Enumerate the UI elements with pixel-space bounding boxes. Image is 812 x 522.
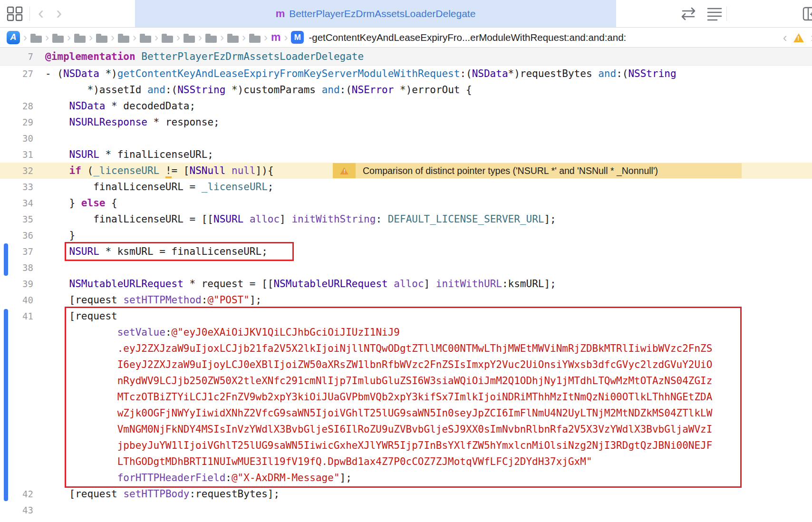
chevron-right-icon: › bbox=[129, 31, 140, 44]
code-line[interactable]: 38 bbox=[0, 260, 812, 276]
code-token bbox=[159, 165, 165, 176]
code-line[interactable]: 40 [request setHTTPMethod:@"POST"]; bbox=[0, 292, 812, 308]
line-number[interactable]: 7 bbox=[0, 48, 33, 65]
code-text: @implementation BetterPlayerEzDrmAssetsL… bbox=[33, 48, 364, 65]
code-token: NSURL bbox=[69, 149, 99, 160]
code-text: *)assetId and:(NSString *)customParams a… bbox=[33, 82, 472, 98]
code-line[interactable]: 34 } else { bbox=[0, 195, 812, 211]
folder-icon[interactable] bbox=[205, 36, 217, 43]
tab-file[interactable]: m BetterPlayerEzDrmAssetsLoaderDelegate bbox=[135, 0, 616, 27]
code-token: ]; bbox=[250, 294, 261, 306]
folder-icon[interactable] bbox=[52, 36, 64, 43]
code-token bbox=[225, 165, 232, 176]
change-bar[interactable] bbox=[4, 243, 8, 276]
code-editor[interactable]: 7@implementation BetterPlayerEzDrmAssets… bbox=[0, 48, 812, 522]
code-line[interactable]: 35 finalLicenseURL = [[NSURL alloc] init… bbox=[0, 211, 812, 227]
code-line[interactable]: 29 NSURLResponse * response; bbox=[0, 114, 812, 130]
code-line[interactable]: 39 NSMutableURLRequest * request = [[NSM… bbox=[0, 276, 812, 292]
code-token: [request bbox=[45, 488, 123, 500]
change-bar[interactable] bbox=[4, 309, 8, 501]
code-token: @"POST" bbox=[207, 294, 250, 306]
code-token: ; bbox=[268, 181, 274, 193]
code-line[interactable]: 31 NSURL * finalLicenseURL; bbox=[0, 146, 812, 163]
folder-icon[interactable] bbox=[140, 36, 151, 43]
code-token: NSData bbox=[63, 68, 99, 79]
code-line[interactable]: 42 [request setHTTPBody:requestBytes]; bbox=[0, 486, 812, 502]
chevron-right-icon: › bbox=[107, 31, 118, 44]
code-token bbox=[45, 149, 69, 160]
add-editor-icon[interactable] bbox=[802, 7, 812, 23]
chevron-right-icon: › bbox=[151, 31, 162, 44]
code-line[interactable]: 28 NSData * decodedData; bbox=[0, 98, 812, 114]
warning-triangle-icon[interactable] bbox=[793, 33, 804, 42]
chevron-right-icon: › bbox=[239, 31, 249, 44]
code-token: getContentKeyAndLeaseExpiryFromKeyServer… bbox=[117, 68, 460, 79]
code-text: NSURL * finalLicenseURL; bbox=[33, 146, 213, 163]
code-token: NSURL bbox=[213, 213, 243, 225]
code-text: NSURLResponse * response; bbox=[33, 114, 220, 130]
code-line[interactable]: *)assetId and:(NSString *)customParams a… bbox=[0, 82, 812, 98]
navigate-back-button[interactable]: ‹ bbox=[38, 1, 44, 26]
code-line[interactable]: 33 finalLicenseURL = _licenseURL; bbox=[0, 179, 812, 195]
code-token: :( bbox=[616, 68, 628, 79]
app-target-icon[interactable]: A bbox=[7, 31, 20, 44]
code-line[interactable]: 30 bbox=[0, 130, 812, 146]
code-text: [request setHTTPBody:requestBytes]; bbox=[33, 486, 280, 502]
line-number[interactable]: 34 bbox=[0, 195, 33, 211]
code-line[interactable]: 36 } bbox=[0, 227, 812, 243]
folder-icon[interactable] bbox=[227, 36, 239, 43]
line-number[interactable]: 43 bbox=[0, 502, 33, 518]
code-token: _licenseURL bbox=[202, 181, 268, 193]
code-text: finalLicenseURL = [[NSURL alloc] initWit… bbox=[33, 211, 556, 227]
line-number[interactable]: 40 bbox=[0, 292, 33, 308]
folder-icon[interactable] bbox=[96, 36, 107, 43]
line-number[interactable]: 31 bbox=[0, 146, 33, 163]
folder-icon[interactable] bbox=[30, 36, 42, 43]
chevron-right-icon: › bbox=[261, 31, 271, 44]
code-token: *) bbox=[99, 68, 117, 79]
code-text bbox=[33, 130, 45, 146]
line-number[interactable]: 39 bbox=[0, 276, 33, 292]
code-token: finalLicenseURL = bbox=[45, 181, 202, 193]
objc-file-crumb[interactable]: m bbox=[271, 31, 280, 44]
code-line[interactable]: 43 bbox=[0, 502, 812, 518]
minimap-lines-icon[interactable] bbox=[706, 7, 723, 23]
code-token: and bbox=[322, 84, 340, 96]
code-line[interactable]: 27- (NSData *)getContentKeyAndLeaseExpir… bbox=[0, 66, 812, 82]
folder-icon[interactable] bbox=[249, 36, 261, 43]
line-number[interactable]: 27 bbox=[0, 66, 33, 82]
warning-banner[interactable]: Comparison of distinct pointer types ('N… bbox=[333, 163, 742, 178]
code-token bbox=[135, 51, 142, 62]
code-token: if bbox=[69, 165, 81, 176]
chevron-right-icon: › bbox=[42, 31, 52, 44]
code-text: - (NSData *)getContentKeyAndLeaseExpiryF… bbox=[33, 66, 677, 82]
code-line[interactable]: 7@implementation BetterPlayerEzDrmAssets… bbox=[0, 48, 812, 66]
navigate-forward-button[interactable]: › bbox=[56, 1, 62, 26]
line-number[interactable]: 30 bbox=[0, 130, 33, 146]
code-token bbox=[388, 278, 394, 290]
folder-icon[interactable] bbox=[118, 36, 129, 43]
code-token: :requestBytes]; bbox=[189, 488, 280, 500]
line-number[interactable]: 35 bbox=[0, 211, 33, 227]
code-token: * response; bbox=[147, 116, 220, 128]
code-review-icon[interactable] bbox=[680, 7, 697, 23]
code-token: NSNull bbox=[190, 165, 226, 176]
line-number[interactable]: 36 bbox=[0, 227, 33, 243]
breadcrumb-method-name[interactable]: -getContentKeyAndLeaseExpiryFro...erModu… bbox=[309, 32, 626, 43]
line-number[interactable]: 29 bbox=[0, 114, 33, 130]
issue-navigation: ‹ › bbox=[783, 28, 812, 48]
code-token: NSMutableURLRequest bbox=[273, 278, 387, 290]
code-token: :( bbox=[340, 84, 352, 96]
line-number[interactable]: 32 bbox=[0, 163, 33, 179]
previous-issue-button[interactable]: ‹ bbox=[783, 30, 787, 45]
folder-icon[interactable] bbox=[74, 36, 86, 43]
line-number[interactable]: 28 bbox=[0, 98, 33, 114]
folder-icon[interactable] bbox=[184, 36, 195, 43]
code-token: else bbox=[81, 197, 106, 209]
line-number[interactable] bbox=[0, 82, 33, 98]
folder-icon[interactable] bbox=[162, 36, 173, 43]
breadcrumb-folders: ››››››››››› bbox=[20, 31, 261, 44]
line-number[interactable]: 33 bbox=[0, 179, 33, 195]
tab-overview-icon[interactable] bbox=[7, 6, 23, 23]
code-token: NSError bbox=[352, 84, 394, 96]
